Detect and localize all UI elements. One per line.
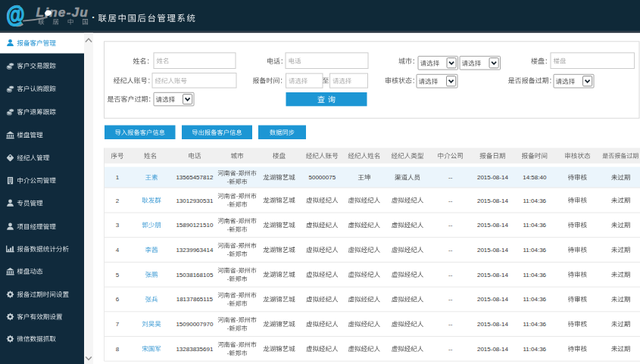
svg-text:8: 8 <box>116 346 120 353</box>
svg-text:5: 5 <box>116 272 120 278</box>
svg-text:--: -- <box>448 198 453 204</box>
svg-text:18137865115: 18137865115 <box>176 296 214 303</box>
svg-text:@: @ <box>5 1 26 28</box>
svg-text:--: -- <box>448 222 453 229</box>
svg-text:15090007970: 15090007970 <box>176 321 213 328</box>
svg-text:13012930531: 13012930531 <box>176 198 213 204</box>
svg-text:--: -- <box>448 247 453 254</box>
svg-text:--: -- <box>448 174 453 181</box>
svg-text:2015-08-14: 2015-08-14 <box>477 346 508 353</box>
svg-text:50000075: 50000075 <box>309 174 336 181</box>
svg-text:--: -- <box>448 346 453 353</box>
svg-text:2015-08-14: 2015-08-14 <box>477 296 508 303</box>
svg-text:2015-08-14: 2015-08-14 <box>477 272 508 278</box>
svg-text:2015-08-14: 2015-08-14 <box>477 222 508 229</box>
svg-text:15890121510: 15890121510 <box>176 222 213 229</box>
svg-text:·: · <box>92 11 95 23</box>
svg-text:2015-08-14: 2015-08-14 <box>477 198 508 204</box>
svg-text:7: 7 <box>116 321 120 328</box>
svg-text:13239963414: 13239963414 <box>176 247 213 254</box>
svg-text:11:04:36: 11:04:36 <box>523 321 547 328</box>
svg-text:11:04:36: 11:04:36 <box>523 222 547 229</box>
svg-text:11:04:36: 11:04:36 <box>523 346 547 353</box>
svg-text:11:04:36: 11:04:36 <box>523 296 547 303</box>
svg-text:Line-Ju: Line-Ju <box>36 5 89 20</box>
svg-text:4: 4 <box>116 247 120 254</box>
svg-text:11:04:36: 11:04:36 <box>523 272 547 278</box>
svg-text:2015-08-14: 2015-08-14 <box>477 321 508 328</box>
svg-text:2015-08-14: 2015-08-14 <box>477 247 508 254</box>
svg-text:14:58:40: 14:58:40 <box>523 174 547 181</box>
svg-text:2015-08-14: 2015-08-14 <box>477 174 508 181</box>
svg-text:13283835691: 13283835691 <box>176 346 213 353</box>
svg-text:15038168105: 15038168105 <box>176 272 213 278</box>
svg-text:13565457812: 13565457812 <box>176 174 213 181</box>
svg-text:3: 3 <box>116 222 120 229</box>
svg-text:--: -- <box>448 296 453 303</box>
svg-text:6: 6 <box>116 296 120 303</box>
svg-text:11:04:36: 11:04:36 <box>523 247 547 254</box>
svg-text:--: -- <box>448 272 453 278</box>
svg-text:2: 2 <box>116 198 120 204</box>
svg-text:11:04:36: 11:04:36 <box>523 198 547 204</box>
svg-text:1: 1 <box>116 174 120 181</box>
svg-text:--: -- <box>448 321 453 328</box>
